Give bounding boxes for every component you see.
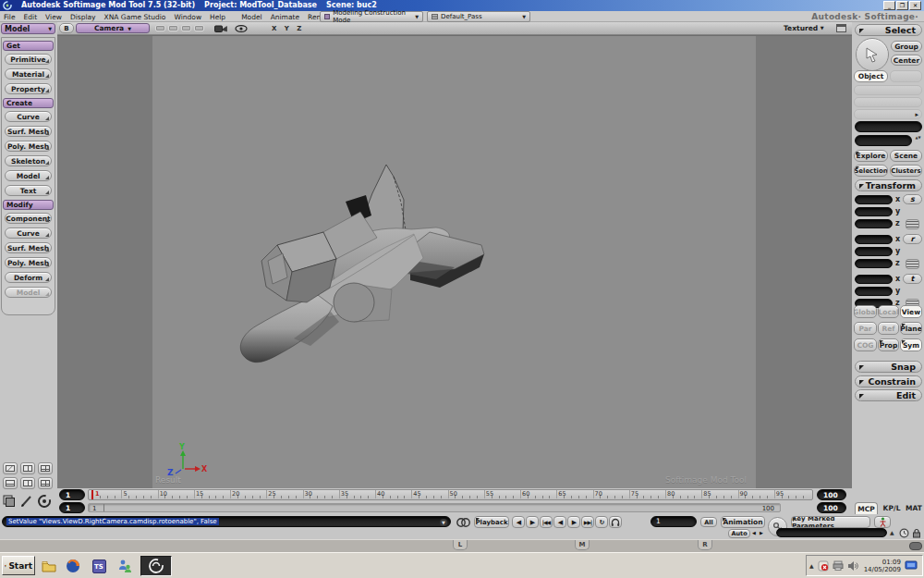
go-first-button[interactable]: |◀◀ <box>540 516 553 528</box>
create-text-button[interactable]: Text <box>5 185 52 196</box>
local-mode-button[interactable]: Local <box>878 305 899 318</box>
center-button[interactable]: Center <box>891 55 922 66</box>
quicklaunch-messenger[interactable] <box>116 558 133 574</box>
transform-r-x-field[interactable] <box>855 235 893 244</box>
command-line-input[interactable]: SetValue "Views.ViewD.RightCamera.camdis… <box>2 516 451 527</box>
pen-tool-icon[interactable] <box>19 494 34 509</box>
modify-model-button[interactable]: Model <box>5 287 52 298</box>
global-mode-button[interactable]: Global <box>854 305 877 318</box>
layout-mixed-button[interactable] <box>3 477 18 489</box>
menu-window[interactable]: Window <box>174 13 201 21</box>
menu-model[interactable]: Model <box>241 13 262 21</box>
get-material-button[interactable]: Material <box>5 68 52 80</box>
selection-slot-2[interactable] <box>854 97 922 107</box>
range-start-field[interactable]: 1 <box>59 502 85 513</box>
scene-button[interactable]: Scene <box>890 150 922 162</box>
play-backward-button[interactable]: ◀ <box>553 516 566 528</box>
par-mode-button[interactable]: Par <box>854 322 877 335</box>
menu-xna-game-studio[interactable]: XNA Game Studio <box>104 13 166 21</box>
create-surf-mesh-button[interactable]: Surf. Mesh <box>5 126 52 137</box>
frame-display-field[interactable]: 1 <box>650 516 697 527</box>
network-icon[interactable] <box>905 560 918 571</box>
animation-menu-button[interactable]: Animation <box>721 516 765 528</box>
layout-three-pane-button[interactable] <box>38 477 53 489</box>
selection-flyout-row[interactable]: ▸ <box>854 109 922 119</box>
modify-component-button[interactable]: Component <box>5 213 52 224</box>
display-mode-menu[interactable]: Textured ▼ <box>784 24 824 32</box>
cog-mode-button[interactable]: COG <box>854 338 877 351</box>
playback-button[interactable]: Playback <box>474 516 509 528</box>
title-bar[interactable]: Autodesk Softimage Mod Tool 7.5 (32-bit)… <box>0 0 924 11</box>
selection-list-field[interactable] <box>855 121 922 132</box>
selection-filter-field[interactable] <box>855 135 912 146</box>
viewport-resize-icon[interactable] <box>836 24 846 32</box>
taskbar-softimage-window[interactable] <box>140 556 172 576</box>
play-forward-button[interactable]: ▶ <box>567 516 580 528</box>
mute-button[interactable] <box>609 516 622 528</box>
spinner-icon[interactable]: ▲▼ <box>914 135 922 146</box>
values-flyout-icon[interactable] <box>906 219 919 229</box>
up-arrow-icon[interactable]: ▲ <box>890 529 894 535</box>
menu-help[interactable]: Help <box>210 13 225 21</box>
character-key-button[interactable] <box>874 516 891 528</box>
prop-mode-button[interactable]: Prop <box>878 338 899 351</box>
transform-s-y-field[interactable] <box>855 207 893 216</box>
lock-icon[interactable] <box>912 528 921 538</box>
select-tool-button[interactable] <box>856 38 889 71</box>
transform-s-x-field[interactable] <box>855 195 893 204</box>
camera-memo-slot-2[interactable] <box>168 25 178 31</box>
quicklaunch-firefox[interactable] <box>65 558 81 574</box>
start-button[interactable]: Start <box>2 556 35 575</box>
menu-edit[interactable]: Edit <box>24 13 38 21</box>
explore-button[interactable]: Explore <box>854 150 888 162</box>
r-tool-button[interactable]: r <box>903 234 922 244</box>
eye-icon[interactable] <box>235 24 248 33</box>
maximize-button[interactable]: ❐ <box>896 1 908 10</box>
create-curve-button[interactable]: Curve <box>5 111 52 122</box>
get-property-button[interactable]: Property <box>5 83 52 94</box>
script-editor-icon[interactable] <box>456 516 470 529</box>
frame-forward-button[interactable]: ▶ <box>526 516 539 528</box>
viewport-axis-toggle[interactable]: X Y Z <box>272 25 304 32</box>
viewport-canvas[interactable]: Y X Z Result Softimage Mod Tool <box>57 35 852 488</box>
transform-r-z-field[interactable] <box>855 259 893 268</box>
camera-icon[interactable] <box>214 24 228 33</box>
quicklaunch-teamspeak[interactable]: TS <box>91 558 107 574</box>
menu-file[interactable]: File <box>4 13 16 21</box>
filter-slot-empty[interactable] <box>890 70 922 82</box>
camera-memo-slot-4[interactable] <box>194 25 204 31</box>
layout-two-vertical-button[interactable] <box>20 462 35 474</box>
marked-parameter-field[interactable] <box>776 528 887 537</box>
camera-memo-slot-3[interactable] <box>181 25 191 31</box>
transform-r-y-field[interactable] <box>855 247 893 256</box>
quicklaunch-explorer[interactable] <box>41 558 57 574</box>
auto-key-button[interactable]: Auto <box>728 529 750 538</box>
modify-deform-button[interactable]: Deform <box>5 272 52 283</box>
selection-button[interactable]: Selection <box>854 165 888 177</box>
tray-clock[interactable]: 01:09 14/05/2009 <box>864 559 901 573</box>
toolbar-mode-selector[interactable]: Model ▼ <box>1 23 55 34</box>
tab-mcp[interactable]: MCP <box>855 502 878 514</box>
range-slider[interactable]: 1 100 <box>88 503 781 512</box>
values-flyout-icon[interactable] <box>906 259 919 269</box>
t-tool-button[interactable]: t <box>903 274 922 284</box>
s-tool-button[interactable]: s <box>903 194 922 204</box>
select-section-header[interactable]: Select <box>855 24 922 36</box>
modify-surf-mesh-button[interactable]: Surf. Mesh <box>5 242 52 253</box>
construction-mode-dropdown[interactable]: Modeling Construction Mode ▼ <box>320 11 423 22</box>
layers-icon[interactable] <box>2 494 17 509</box>
modify-curve-button[interactable]: Curve <box>5 228 52 239</box>
speaker-icon[interactable] <box>847 560 858 572</box>
get-primitive-button[interactable]: Primitive <box>5 54 52 65</box>
auto-next-icon[interactable]: ▶ <box>760 530 763 535</box>
layout-quad-button[interactable] <box>38 462 53 474</box>
sym-mode-button[interactable]: Sym <box>900 338 922 351</box>
menu-display[interactable]: Display <box>70 13 96 21</box>
loop-button[interactable]: ↻ <box>595 516 608 528</box>
range-handle[interactable] <box>103 504 104 511</box>
transform-section-header[interactable]: Transform <box>855 179 922 191</box>
layout-split-button[interactable] <box>20 477 35 489</box>
softimage-swirl-icon[interactable] <box>37 494 52 509</box>
playback-all-button[interactable]: All <box>700 517 717 527</box>
create-skeleton-button[interactable]: Skeleton <box>5 155 52 166</box>
